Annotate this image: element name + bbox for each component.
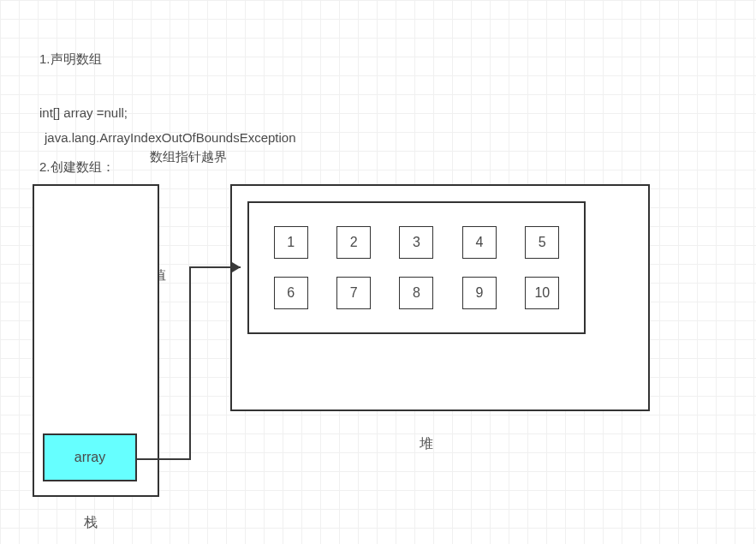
heap-cell: 4 bbox=[462, 226, 497, 259]
heap-cell: 9 bbox=[462, 277, 497, 309]
code-line-3: 2.创建数组： bbox=[39, 158, 166, 176]
heap-cell: 7 bbox=[336, 277, 371, 309]
heap-cell: 8 bbox=[399, 277, 433, 309]
stack-variable-array: array bbox=[43, 433, 137, 481]
heap-cell: 5 bbox=[525, 226, 559, 259]
heap-cell: 10 bbox=[525, 277, 559, 309]
heap-cell: 1 bbox=[274, 226, 308, 259]
heap-cell: 6 bbox=[274, 277, 308, 309]
heap-cells: 1 2 3 4 5 6 7 8 9 10 bbox=[249, 203, 584, 332]
exception-note: 数组指针越界 bbox=[150, 147, 227, 165]
heap-cell: 2 bbox=[336, 226, 371, 259]
heap-label: 堆 bbox=[420, 435, 433, 453]
heap-box: 1 2 3 4 5 6 7 8 9 10 bbox=[230, 184, 650, 411]
code-line-1: 1.声明数组 bbox=[39, 50, 166, 68]
diagram-canvas: 1.声明数组 int[] array =null; 2.创建数组： array … bbox=[0, 0, 756, 544]
stack-box: array bbox=[33, 184, 159, 497]
heap-array-object: 1 2 3 4 5 6 7 8 9 10 bbox=[247, 201, 586, 334]
code-line-2: int[] array =null; bbox=[39, 104, 166, 122]
exception-line: java.lang.ArrayIndexOutOfBoundsException bbox=[45, 129, 296, 146]
stack-label: 栈 bbox=[84, 514, 98, 532]
heap-cell: 3 bbox=[399, 226, 433, 259]
